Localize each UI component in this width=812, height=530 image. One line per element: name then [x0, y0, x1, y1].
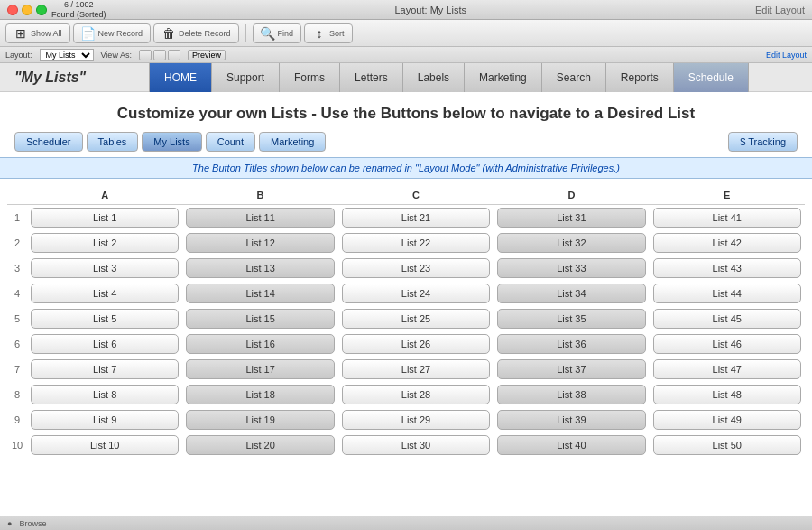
list-cell: List 2 — [27, 230, 182, 256]
list-button[interactable]: List 28 — [342, 385, 490, 404]
minimize-button[interactable] — [22, 5, 32, 15]
list-button[interactable]: List 31 — [497, 208, 645, 228]
list-button[interactable]: List 20 — [186, 435, 334, 455]
list-button[interactable]: List 40 — [497, 435, 645, 455]
row-number: 7 — [7, 357, 27, 382]
list-button[interactable]: List 34 — [497, 284, 645, 303]
nav-tab-forms[interactable]: Forms — [280, 63, 340, 92]
layout-select[interactable]: My Lists — [40, 49, 94, 61]
col-header-b: B — [182, 186, 337, 205]
nav-tab-reports[interactable]: Reports — [606, 63, 674, 92]
list-button[interactable]: List 17 — [186, 359, 334, 379]
toolbar-group-main: ⊞ Show All 📄 New Record 🗑 Delete Record … — [5, 23, 353, 43]
row-number: 2 — [7, 230, 27, 256]
nav-tab-schedule[interactable]: Schedule — [674, 63, 749, 92]
maximize-button[interactable] — [36, 5, 47, 15]
list-button[interactable]: List 44 — [653, 284, 801, 303]
table-row: 5List 5List 15List 25List 35List 45 — [7, 306, 805, 331]
list-button[interactable]: List 19 — [186, 410, 334, 430]
list-button[interactable]: List 36 — [497, 334, 645, 354]
list-button[interactable]: List 27 — [342, 359, 490, 379]
list-button[interactable]: List 50 — [653, 435, 801, 455]
list-button[interactable]: List 47 — [653, 359, 801, 379]
sort-button[interactable]: ↕ Sort — [304, 23, 353, 43]
list-cell: List 6 — [27, 331, 182, 357]
sub-tab-tables[interactable]: Tables — [87, 132, 139, 152]
list-button[interactable]: List 24 — [342, 284, 490, 303]
list-button[interactable]: List 33 — [497, 258, 645, 278]
view-preview-icon[interactable] — [168, 50, 180, 60]
list-button[interactable]: List 9 — [31, 410, 179, 430]
edit-layout-link[interactable]: Edit Layout — [755, 5, 805, 15]
close-button[interactable] — [7, 5, 18, 15]
view-as-label: View As: — [101, 51, 132, 60]
list-cell: List 42 — [650, 230, 805, 256]
list-button[interactable]: List 30 — [342, 435, 490, 455]
list-button[interactable]: List 7 — [31, 359, 179, 379]
list-button[interactable]: List 22 — [342, 233, 490, 253]
list-button[interactable]: List 43 — [653, 258, 801, 278]
list-button[interactable]: List 42 — [653, 233, 801, 253]
table-row: 10List 10List 20List 30List 40List 50 — [7, 432, 805, 458]
list-button[interactable]: List 4 — [31, 284, 179, 303]
list-button[interactable]: List 8 — [31, 385, 179, 404]
list-button[interactable]: List 39 — [497, 410, 645, 430]
nav-tab-letters[interactable]: Letters — [340, 63, 403, 92]
list-button[interactable]: List 26 — [342, 334, 490, 354]
list-button[interactable]: List 3 — [31, 258, 179, 278]
list-cell: List 18 — [182, 382, 337, 407]
list-button[interactable]: List 46 — [653, 334, 801, 354]
nav-tab-labels[interactable]: Labels — [403, 63, 465, 92]
list-button[interactable]: List 18 — [186, 385, 334, 404]
sub-tab-count[interactable]: Count — [206, 132, 255, 152]
list-button[interactable]: List 23 — [342, 258, 490, 278]
row-number: 6 — [7, 331, 27, 357]
list-button[interactable]: List 13 — [186, 258, 334, 278]
show-all-button[interactable]: ⊞ Show All — [5, 23, 70, 43]
list-button[interactable]: List 10 — [31, 435, 179, 455]
list-button[interactable]: List 49 — [653, 410, 801, 430]
list-button[interactable]: List 48 — [653, 385, 801, 404]
view-list-icon[interactable] — [139, 50, 152, 60]
list-button[interactable]: List 37 — [497, 359, 645, 379]
nav-tab-marketing[interactable]: Marketing — [465, 63, 542, 92]
preview-button[interactable]: Preview — [188, 50, 226, 60]
delete-record-icon: 🗑 — [161, 26, 176, 41]
list-button[interactable]: List 41 — [653, 208, 801, 228]
title-bar: 6 / 1002 Found (Sorted) Layout: My Lists… — [0, 0, 812, 20]
col-header-c: C — [338, 186, 494, 205]
list-button[interactable]: List 25 — [342, 309, 490, 329]
new-record-button[interactable]: 📄 New Record — [73, 23, 152, 43]
list-button[interactable]: List 5 — [31, 309, 179, 329]
status-bar: ● Browse — [0, 516, 812, 530]
list-button[interactable]: List 38 — [497, 385, 645, 404]
list-button[interactable]: List 29 — [342, 410, 490, 430]
list-button[interactable]: List 2 — [31, 233, 179, 253]
list-button[interactable]: List 32 — [497, 233, 645, 253]
list-cell: List 35 — [494, 306, 649, 331]
table-row: 9List 9List 19List 29List 39List 49 — [7, 407, 805, 432]
edit-layout-button[interactable]: Edit Layout — [766, 51, 807, 60]
sub-tab-marketing[interactable]: Marketing — [259, 132, 326, 152]
list-button[interactable]: List 12 — [186, 233, 334, 253]
sub-tab-tracking[interactable]: $ Tracking — [728, 132, 798, 152]
list-button[interactable]: List 16 — [186, 334, 334, 354]
view-grid-icon[interactable] — [153, 50, 166, 60]
list-cell: List 7 — [27, 357, 182, 382]
list-button[interactable]: List 6 — [31, 334, 179, 354]
sub-tab-scheduler[interactable]: Scheduler — [14, 132, 83, 152]
list-button[interactable]: List 1 — [31, 208, 179, 228]
list-button[interactable]: List 35 — [497, 309, 645, 329]
list-button[interactable]: List 15 — [186, 309, 334, 329]
nav-tab-support[interactable]: Support — [212, 63, 280, 92]
toolbar: ⊞ Show All 📄 New Record 🗑 Delete Record … — [0, 20, 812, 47]
delete-record-button[interactable]: 🗑 Delete Record — [153, 23, 239, 43]
list-button[interactable]: List 11 — [186, 208, 334, 228]
sub-tab-my-lists[interactable]: My Lists — [142, 132, 201, 152]
list-button[interactable]: List 45 — [653, 309, 801, 329]
nav-tab-search[interactable]: Search — [542, 63, 606, 92]
list-button[interactable]: List 21 — [342, 208, 490, 228]
find-button[interactable]: 🔍 Find — [253, 23, 302, 43]
list-button[interactable]: List 14 — [186, 284, 334, 303]
nav-tab-home[interactable]: HOME — [149, 63, 212, 92]
